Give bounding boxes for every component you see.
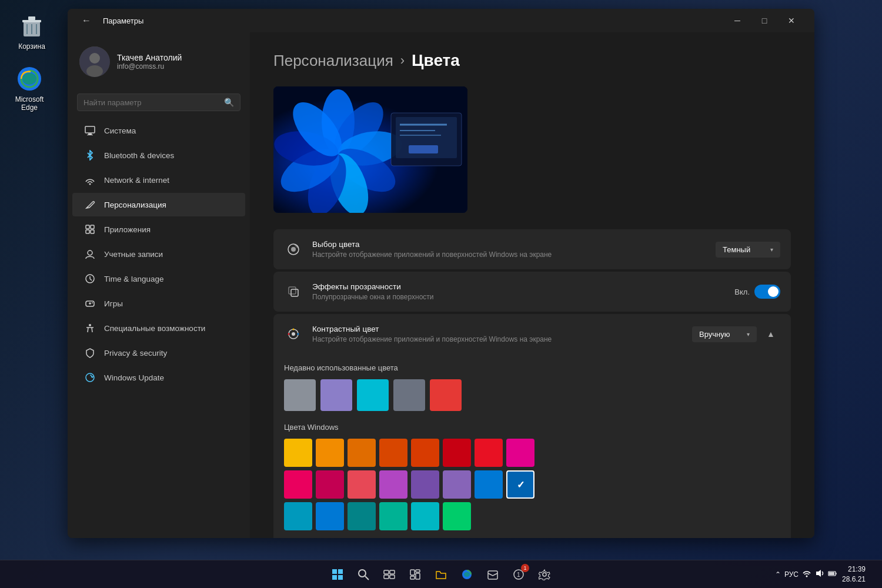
color-cell-21[interactable] xyxy=(443,502,471,530)
accent-dropdown[interactable]: Вручную ▾ xyxy=(692,326,757,342)
taskbar-store[interactable] xyxy=(481,563,505,586)
color-cell-1[interactable] xyxy=(316,439,344,467)
user-email: info@comss.ru xyxy=(117,62,182,71)
sidebar-item-accounts[interactable]: Учетные записи xyxy=(72,242,245,266)
svg-rect-44 xyxy=(409,145,438,153)
accent-expanded-section: Недавно использованные цвета Цвета Windo… xyxy=(273,354,791,538)
sidebar-item-personalization-label: Персонализация xyxy=(104,201,166,209)
color-cell-19[interactable] xyxy=(379,502,407,530)
transparency-row[interactable]: Эффекты прозрачности Полупрозрачные окна… xyxy=(273,272,791,312)
theme-preview xyxy=(273,86,467,213)
sidebar-item-update[interactable]: Windows Update xyxy=(72,366,245,389)
color-cell-9[interactable] xyxy=(316,470,344,499)
breadcrumb-current: Цвета xyxy=(412,51,460,70)
svg-rect-66 xyxy=(410,576,415,579)
color-cell-17[interactable] xyxy=(316,502,344,530)
sidebar-item-privacy-label: Privacy & security xyxy=(104,349,167,358)
transparency-toggle[interactable] xyxy=(754,285,780,299)
personalization-icon xyxy=(84,199,96,211)
settings-body: Ткачев Анатолий info@comss.ru 🔍 Система xyxy=(68,32,814,538)
color-cell-13[interactable] xyxy=(443,470,471,499)
recycle-bin-label: Корзина xyxy=(18,42,45,51)
color-cell-4[interactable] xyxy=(411,439,439,467)
sidebar-item-privacy[interactable]: Privacy & security xyxy=(72,341,245,365)
color-choice-title: Выбор цвета xyxy=(312,240,706,249)
taskbar-settings[interactable] xyxy=(533,563,556,586)
sidebar-item-system[interactable]: Система xyxy=(72,119,245,142)
expand-accent-button[interactable]: ▲ xyxy=(761,325,780,343)
wifi-icon xyxy=(802,569,811,580)
sidebar-item-gaming[interactable]: Игры xyxy=(72,292,245,315)
svg-rect-56 xyxy=(332,575,337,580)
color-cell-11[interactable] xyxy=(379,470,407,499)
sidebar: Ткачев Анатолий info@comss.ru 🔍 Система xyxy=(68,32,250,538)
sidebar-item-accessibility[interactable]: Специальные возможности xyxy=(72,316,245,340)
svg-rect-19 xyxy=(91,230,94,233)
sidebar-item-bluetooth[interactable]: Bluetooth & devices xyxy=(72,143,245,167)
recent-swatch-1[interactable] xyxy=(320,379,352,411)
color-choice-desc: Настройте отображение приложений и повер… xyxy=(312,250,706,259)
search-box[interactable]: 🔍 xyxy=(77,93,240,111)
sidebar-item-apps-label: Приложения xyxy=(104,225,151,234)
svg-point-14 xyxy=(89,183,91,185)
recent-colors-swatches xyxy=(284,379,780,411)
sidebar-item-network-label: Network & internet xyxy=(104,176,169,185)
recent-swatch-3[interactable] xyxy=(393,379,425,411)
color-cell-7[interactable] xyxy=(506,439,534,467)
color-cell-15-selected[interactable]: ✓ xyxy=(506,470,534,499)
sidebar-item-time[interactable]: Time & language xyxy=(72,267,245,290)
taskbar-taskview[interactable] xyxy=(377,563,401,586)
edge-icon-desktop[interactable]: Microsoft Edge xyxy=(8,65,51,112)
recycle-bin-icon[interactable]: Корзина xyxy=(11,12,53,51)
taskbar-widgets[interactable] xyxy=(403,563,427,586)
taskbar-explorer[interactable] xyxy=(429,563,453,586)
svg-rect-55 xyxy=(338,569,343,574)
color-cell-12[interactable] xyxy=(411,470,439,499)
recent-swatch-4[interactable] xyxy=(430,379,462,411)
recent-swatch-0[interactable] xyxy=(284,379,316,411)
color-cell-2[interactable] xyxy=(348,439,376,467)
color-cell-3[interactable] xyxy=(379,439,407,467)
user-profile[interactable]: Ткачев Анатолий info@comss.ru xyxy=(68,37,250,86)
start-button[interactable] xyxy=(326,563,349,586)
sidebar-item-personalization[interactable]: Персонализация xyxy=(72,193,245,216)
close-button[interactable]: ✕ xyxy=(778,9,805,32)
search-input[interactable] xyxy=(83,98,219,107)
content-area: Персонализация › Цвета xyxy=(250,32,814,538)
svg-rect-48 xyxy=(291,289,298,296)
color-cell-8[interactable] xyxy=(284,470,312,499)
minimize-button[interactable]: ─ xyxy=(724,9,751,32)
color-choice-dropdown[interactable]: Темный ▾ xyxy=(716,242,780,258)
color-cell-0[interactable] xyxy=(284,439,312,467)
transparency-title: Эффекты прозрачности xyxy=(312,282,725,291)
recent-swatch-2[interactable] xyxy=(357,379,389,411)
color-choice-row[interactable]: Выбор цвета Настройте отображение прилож… xyxy=(273,229,791,269)
taskbar-chat[interactable]: 1 1 xyxy=(507,563,530,586)
svg-point-20 xyxy=(88,250,92,255)
back-button[interactable]: ← xyxy=(77,11,96,30)
svg-rect-70 xyxy=(488,571,497,579)
taskbar: 1 1 ⌃ РУС 21: xyxy=(0,560,882,588)
taskbar-search[interactable] xyxy=(352,563,375,586)
accent-icon xyxy=(284,325,303,343)
sidebar-item-update-label: Windows Update xyxy=(104,373,164,382)
taskbar-chevron[interactable]: ⌃ xyxy=(775,570,781,579)
svg-line-59 xyxy=(365,576,369,580)
maximize-button[interactable]: □ xyxy=(751,9,778,32)
breadcrumb-separator: › xyxy=(400,53,405,68)
breadcrumb: Персонализация › Цвета xyxy=(273,51,791,70)
color-cell-14[interactable] xyxy=(475,470,503,499)
svg-rect-17 xyxy=(91,225,94,229)
color-cell-20[interactable] xyxy=(411,502,439,530)
color-cell-6[interactable] xyxy=(475,439,503,467)
sidebar-item-network[interactable]: Network & internet xyxy=(72,168,245,192)
sidebar-item-apps[interactable]: Приложения xyxy=(72,218,245,241)
color-cell-10[interactable] xyxy=(348,470,376,499)
taskbar-edge[interactable] xyxy=(455,563,479,586)
color-cell-5[interactable] xyxy=(443,439,471,467)
taskbar-time-display[interactable]: 21:39 28.6.21 xyxy=(842,564,866,584)
accent-color-row[interactable]: Контрастный цвет Настройте отображение п… xyxy=(273,314,791,354)
color-cell-16[interactable] xyxy=(284,502,312,530)
color-cell-18[interactable] xyxy=(348,502,376,530)
svg-rect-47 xyxy=(289,287,296,294)
